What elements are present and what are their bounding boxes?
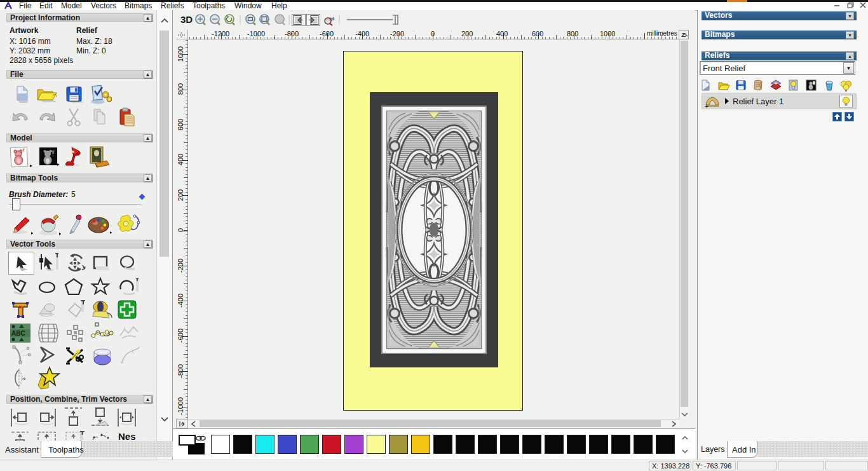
- svg-text:+: +: [705, 103, 709, 109]
- svg-text:ABC: ABC: [11, 330, 25, 337]
- svg-text:T: T: [51, 149, 55, 155]
